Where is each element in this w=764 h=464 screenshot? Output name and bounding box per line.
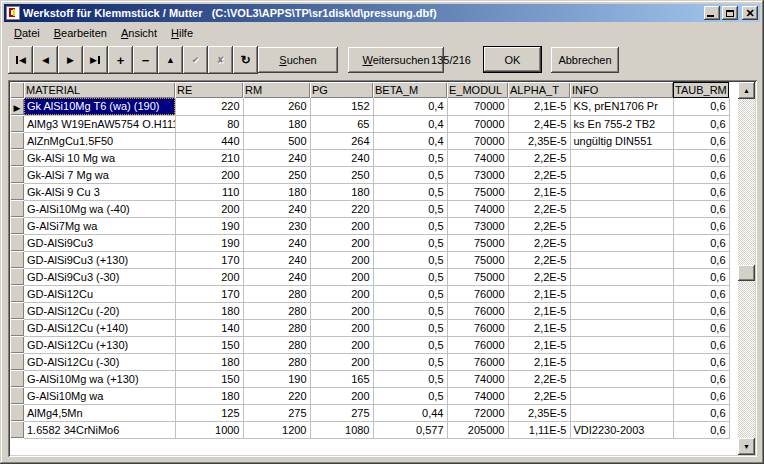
grid-cell[interactable]: 74000 <box>447 387 508 404</box>
grid-cell[interactable] <box>570 336 673 353</box>
menu-ansicht[interactable]: Ansicht <box>114 25 164 41</box>
grid-cell[interactable]: 170 <box>175 251 243 268</box>
nav-edit-button[interactable]: ▲ <box>158 46 183 74</box>
grid-cell[interactable]: 2,2E-5 <box>508 217 570 234</box>
grid-cell[interactable]: 180 <box>175 302 243 319</box>
grid-cell[interactable]: 2,1E-5 <box>508 336 570 353</box>
grid-cell[interactable] <box>570 166 673 183</box>
column-header-e_modul[interactable]: E_MODUL <box>447 82 508 98</box>
grid-cell[interactable]: 200 <box>175 166 243 183</box>
grid-cell[interactable]: 200 <box>310 387 373 404</box>
scrollbar-thumb[interactable] <box>738 265 755 281</box>
grid-cell[interactable]: 74000 <box>447 370 508 387</box>
grid-cell[interactable]: 0,6 <box>673 285 729 302</box>
grid-cell[interactable]: 75000 <box>447 268 508 285</box>
menu-datei[interactable]: Datei <box>7 25 47 41</box>
nav-prior-button[interactable]: ◀ <box>33 46 58 74</box>
grid-cell[interactable]: 0,5 <box>373 251 447 268</box>
grid-cell[interactable]: 0,5 <box>373 217 447 234</box>
grid-cell[interactable]: 150 <box>175 336 243 353</box>
grid-cell[interactable]: 0,6 <box>673 404 729 421</box>
menu-hilfe[interactable]: Hilfe <box>164 25 200 41</box>
grid-cell[interactable]: 2,2E-5 <box>508 166 570 183</box>
grid-cell[interactable]: 73000 <box>447 217 508 234</box>
nav-first-button[interactable]: ◀ <box>8 46 33 74</box>
minimize-button[interactable] <box>704 6 720 20</box>
grid-cell[interactable]: 200 <box>310 302 373 319</box>
grid-cell[interactable]: 1000 <box>175 421 243 438</box>
grid-cell[interactable]: GD-AlSi12Cu (+140) <box>24 319 175 336</box>
grid-cell[interactable] <box>570 387 673 404</box>
grid-cell[interactable] <box>570 183 673 200</box>
grid-cell[interactable]: 2,1E-5 <box>508 98 570 115</box>
grid-cell[interactable]: AlMg4,5Mn <box>24 404 175 421</box>
grid-cell[interactable]: 280 <box>243 302 310 319</box>
column-header-pg[interactable]: PG <box>310 82 373 98</box>
grid-cell[interactable]: 200 <box>310 217 373 234</box>
grid-cell[interactable]: 0,6 <box>673 353 729 370</box>
grid-cell[interactable]: 0,6 <box>673 302 729 319</box>
grid-cell[interactable]: 0,6 <box>673 132 729 149</box>
grid-cell[interactable] <box>570 149 673 166</box>
grid-cell[interactable]: GD-AlSi12Cu (-30) <box>24 353 175 370</box>
grid-cell[interactable]: 200 <box>310 319 373 336</box>
grid-cell[interactable]: 110 <box>175 183 243 200</box>
grid-cell[interactable]: 280 <box>243 336 310 353</box>
grid-cell[interactable]: 200 <box>310 336 373 353</box>
grid-cell[interactable]: 1.6582 34CrNiMo6 <box>24 421 175 438</box>
grid-cell[interactable]: 70000 <box>447 115 508 132</box>
scrollbar-down-button[interactable]: ▼ <box>738 438 755 455</box>
grid-cell[interactable]: GD-AlSi9Cu3 (-30) <box>24 268 175 285</box>
grid-cell[interactable]: 500 <box>243 132 310 149</box>
grid-cell[interactable]: 200 <box>175 268 243 285</box>
grid-cell[interactable]: 230 <box>243 217 310 234</box>
grid-cell[interactable]: 65 <box>310 115 373 132</box>
grid-cell[interactable]: 0,4 <box>373 115 447 132</box>
grid-cell[interactable]: GD-AlSi12Cu (-20) <box>24 302 175 319</box>
grid-cell[interactable]: 0,4 <box>373 98 447 115</box>
grid-cell[interactable]: 240 <box>243 149 310 166</box>
grid-cell[interactable]: 150 <box>175 370 243 387</box>
grid-cell[interactable]: 220 <box>310 200 373 217</box>
grid-cell[interactable]: 2,35E-5 <box>508 132 570 149</box>
grid-cell[interactable]: G-AlSi7Mg wa <box>24 217 175 234</box>
grid-cell[interactable]: 74000 <box>447 200 508 217</box>
grid-cell[interactable]: 0,5 <box>373 336 447 353</box>
grid-cell[interactable]: 0,6 <box>673 387 729 404</box>
grid-cell[interactable]: 200 <box>310 251 373 268</box>
grid-cell[interactable]: 190 <box>243 370 310 387</box>
app-icon[interactable] <box>6 6 20 20</box>
grid-cell[interactable]: 0,6 <box>673 183 729 200</box>
grid-cell[interactable]: 275 <box>243 404 310 421</box>
grid-cell[interactable] <box>570 370 673 387</box>
column-header-rm[interactable]: RM <box>243 82 310 98</box>
grid-cell[interactable]: 2,2E-5 <box>508 234 570 251</box>
grid-cell[interactable]: 200 <box>310 285 373 302</box>
grid-cell[interactable]: 200 <box>310 268 373 285</box>
grid-cell[interactable] <box>570 404 673 421</box>
grid-cell[interactable]: 1080 <box>310 421 373 438</box>
grid-cell[interactable]: 0,6 <box>673 234 729 251</box>
grid-cell[interactable]: 2,2E-5 <box>508 370 570 387</box>
grid-cell[interactable]: 0,5 <box>373 353 447 370</box>
grid-cell[interactable]: 76000 <box>447 336 508 353</box>
grid-cell[interactable]: 76000 <box>447 319 508 336</box>
grid-cell[interactable]: 2,2E-5 <box>508 200 570 217</box>
maximize-button[interactable] <box>722 6 738 20</box>
grid-cell[interactable]: 240 <box>243 268 310 285</box>
grid-cell[interactable]: 0,6 <box>673 115 729 132</box>
grid-cell[interactable]: 220 <box>243 387 310 404</box>
grid-cell[interactable]: 0,577 <box>373 421 447 438</box>
grid-cell[interactable]: GD-AlSi9Cu3 (+130) <box>24 251 175 268</box>
nav-refresh-button[interactable]: ↻ <box>233 46 258 74</box>
grid-cell[interactable]: 0,5 <box>373 183 447 200</box>
grid-cell[interactable]: 73000 <box>447 166 508 183</box>
grid-cell[interactable]: 2,1E-5 <box>508 302 570 319</box>
grid-cell[interactable]: 0,6 <box>673 421 729 438</box>
grid-cell[interactable]: 275 <box>310 404 373 421</box>
grid-cell[interactable]: ks En 755-2 TB2 <box>570 115 673 132</box>
grid-cell[interactable]: 0,5 <box>373 200 447 217</box>
cancel-button[interactable]: Abbrechen <box>551 47 619 73</box>
nav-last-button[interactable]: ▶ <box>83 46 108 74</box>
column-header-re[interactable]: RE <box>175 82 243 98</box>
